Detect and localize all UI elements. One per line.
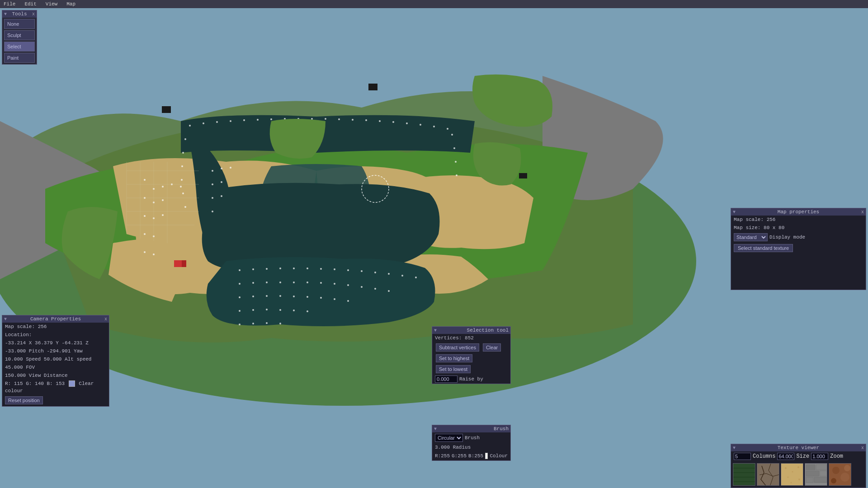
tools-panel-close[interactable]: x — [32, 12, 35, 17]
subtract-vertices-btn[interactable]: Subtract vertices — [436, 343, 479, 352]
svg-point-55 — [239, 269, 241, 271]
svg-point-97 — [252, 323, 254, 324]
svg-point-137 — [840, 473, 849, 482]
display-mode-select[interactable]: Standard Wireframe Textured — [734, 233, 768, 241]
texture-panel-close[interactable]: x — [861, 446, 864, 450]
brush-panel: ▼ Brush Circular Square Brush 3.000 Radi… — [432, 425, 511, 461]
brush-panel-titlebar: ▼ Brush — [432, 425, 510, 432]
selection-panel-title: Selection tool — [467, 328, 509, 333]
svg-rect-121 — [781, 464, 803, 486]
map-texture-preview-area — [731, 253, 866, 290]
svg-point-124 — [797, 466, 799, 468]
texture-panel-title: Texture viewer — [778, 445, 819, 450]
svg-point-57 — [266, 268, 268, 270]
svg-rect-110 — [368, 84, 377, 90]
svg-point-85 — [293, 296, 295, 297]
svg-point-71 — [266, 282, 268, 283]
svg-point-87 — [320, 297, 322, 299]
speed-row: 10.000 Speed 50.000 Alt speed — [2, 355, 109, 363]
menu-bar: File Edit View Map — [0, 0, 868, 8]
viewdist-row: 150.000 View Distance — [2, 371, 109, 380]
svg-point-7 — [257, 119, 259, 121]
map-size-prop-row: Map size: 80 x 80 — [731, 224, 866, 232]
size-input[interactable] — [777, 453, 794, 460]
svg-point-15 — [365, 119, 367, 121]
colour-row: R: 115 G: 140 B: 153 Clear colour — [2, 380, 109, 395]
svg-point-50 — [212, 183, 213, 185]
svg-point-139 — [844, 465, 850, 471]
texture-thumb-1[interactable] — [757, 463, 779, 486]
vertices-row: Vertices: 852 — [432, 334, 510, 342]
tool-none-btn[interactable]: None — [4, 19, 35, 29]
svg-point-21 — [447, 128, 448, 130]
texture-thumb-4[interactable] — [829, 463, 851, 486]
svg-point-4 — [216, 121, 218, 123]
svg-point-47 — [212, 170, 213, 172]
brush-panel-title: Brush — [494, 426, 509, 432]
tools-panel-titlebar: ▼ Tools x — [2, 10, 37, 18]
svg-rect-133 — [806, 477, 813, 483]
map-scale-prop-row: Map scale: 256 — [731, 216, 866, 224]
svg-point-56 — [252, 268, 254, 270]
set-to-lowest-btn[interactable]: Set to lowest — [436, 365, 471, 373]
svg-point-2 — [189, 125, 191, 127]
select-texture-btn[interactable]: Select standard texture — [734, 244, 793, 252]
svg-point-20 — [433, 126, 435, 127]
svg-point-77 — [347, 284, 349, 286]
svg-point-79 — [374, 288, 376, 290]
svg-point-61 — [320, 268, 322, 270]
svg-point-65 — [374, 272, 376, 273]
reset-position-btn[interactable]: Reset position — [5, 396, 43, 404]
svg-point-40 — [144, 215, 146, 217]
menu-view[interactable]: View — [44, 1, 59, 7]
svg-point-5 — [230, 120, 231, 122]
svg-rect-115 — [733, 464, 755, 486]
svg-point-96 — [239, 324, 241, 325]
brush-shape-select[interactable]: Circular Square — [435, 434, 463, 442]
svg-point-99 — [279, 323, 281, 324]
tool-select-btn[interactable]: Select — [4, 42, 35, 52]
svg-point-67 — [401, 275, 403, 277]
svg-point-54 — [212, 211, 213, 212]
tool-paint-btn[interactable]: Paint — [4, 53, 35, 63]
tool-sculpt-btn[interactable]: Sculpt — [4, 30, 35, 40]
raise-input[interactable] — [435, 375, 458, 383]
svg-point-90 — [239, 310, 241, 312]
svg-point-51 — [221, 181, 222, 183]
zoom-input[interactable] — [811, 453, 828, 460]
selection-panel-arrow: ▼ — [434, 328, 437, 333]
clear-btn[interactable]: Clear — [483, 343, 501, 352]
svg-point-73 — [293, 282, 295, 283]
texture-thumb-2[interactable] — [781, 463, 803, 486]
texture-thumb-0[interactable] — [733, 463, 755, 486]
svg-point-122 — [785, 467, 787, 469]
svg-point-45 — [144, 251, 146, 253]
columns-input[interactable] — [734, 453, 751, 460]
svg-point-27 — [184, 206, 186, 208]
svg-rect-134 — [814, 477, 827, 483]
svg-point-78 — [361, 286, 363, 288]
set-to-highest-btn[interactable]: Set to highest — [436, 354, 472, 362]
svg-point-89 — [347, 300, 349, 302]
svg-point-3 — [203, 122, 204, 124]
camera-panel-close[interactable]: x — [104, 317, 107, 322]
texture-panel: ▼ Texture viewer x Columns Size Zoom — [731, 444, 866, 488]
svg-point-82 — [252, 296, 254, 297]
svg-point-62 — [334, 268, 335, 270]
camera-panel-arrow: ▼ — [4, 317, 7, 322]
svg-point-72 — [279, 282, 281, 283]
texture-thumb-3[interactable] — [805, 463, 827, 486]
menu-map[interactable]: Map — [65, 1, 77, 7]
camera-panel-titlebar: ▼ Camera Properties x — [2, 315, 109, 323]
tools-panel-title: Tools — [12, 11, 27, 17]
svg-point-39 — [162, 199, 164, 201]
svg-point-76 — [334, 283, 335, 285]
menu-file[interactable]: File — [2, 1, 17, 7]
svg-point-18 — [406, 122, 408, 124]
svg-point-86 — [307, 296, 308, 298]
svg-point-69 — [239, 283, 241, 285]
map-panel-close[interactable]: x — [861, 210, 864, 215]
svg-point-6 — [243, 119, 245, 121]
brush-colour-box — [485, 453, 488, 459]
menu-edit[interactable]: Edit — [23, 1, 38, 7]
